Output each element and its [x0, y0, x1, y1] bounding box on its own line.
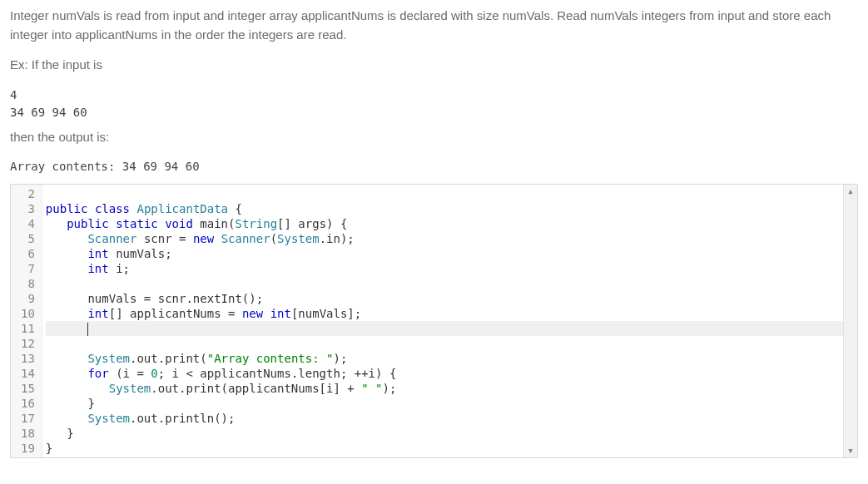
- vertical-scrollbar[interactable]: ▲ ▼: [843, 185, 857, 457]
- line-number: 10: [21, 306, 35, 321]
- code-area[interactable]: public class ApplicantData { public stat…: [42, 185, 843, 457]
- code-line[interactable]: [46, 276, 843, 291]
- line-number: 14: [21, 366, 35, 381]
- code-line[interactable]: for (i = 0; i < applicantNums.length; ++…: [46, 366, 843, 381]
- code-line[interactable]: numVals = scnr.nextInt();: [46, 291, 843, 306]
- example-input-line-1: 4: [10, 86, 858, 104]
- code-line[interactable]: System.out.print(applicantNums[i] + " ")…: [46, 381, 843, 396]
- code-line[interactable]: int i;: [46, 261, 843, 276]
- line-number: 9: [21, 291, 35, 306]
- code-editor[interactable]: 2345678910111213141516171819 public clas…: [10, 184, 858, 458]
- line-number: 16: [21, 396, 35, 411]
- code-line[interactable]: int numVals;: [46, 246, 843, 261]
- line-number: 4: [21, 216, 35, 231]
- code-line[interactable]: Scanner scnr = new Scanner(System.in);: [46, 231, 843, 246]
- code-line[interactable]: public class ApplicantData {: [46, 201, 843, 216]
- code-line[interactable]: System.out.print("Array contents: ");: [46, 351, 843, 366]
- line-number: 17: [21, 411, 35, 426]
- line-number: 3: [21, 201, 35, 216]
- line-number: 5: [21, 231, 35, 246]
- scroll-down-arrow[interactable]: ▼: [844, 444, 857, 457]
- code-line[interactable]: }: [46, 426, 843, 441]
- code-line[interactable]: [46, 186, 843, 201]
- example-input: 4 34 69 94 60: [10, 86, 858, 121]
- line-number: 6: [21, 246, 35, 261]
- line-number: 13: [21, 351, 35, 366]
- line-number: 7: [21, 261, 35, 276]
- line-number-gutter: 2345678910111213141516171819: [11, 185, 42, 457]
- code-line[interactable]: System.out.println();: [46, 411, 843, 426]
- line-number: 19: [21, 441, 35, 456]
- line-number: 8: [21, 276, 35, 291]
- code-line[interactable]: [46, 336, 843, 351]
- line-number: 15: [21, 381, 35, 396]
- code-line[interactable]: public static void main(String[] args) {: [46, 216, 843, 231]
- line-number: 18: [21, 426, 35, 441]
- then-label: then the output is:: [10, 128, 858, 147]
- line-number: 11: [21, 321, 35, 336]
- code-line[interactable]: [46, 321, 843, 336]
- code-line[interactable]: int[] applicantNums = new int[numVals];: [46, 306, 843, 321]
- scroll-up-arrow[interactable]: ▲: [844, 185, 857, 198]
- line-number: 12: [21, 336, 35, 351]
- example-label: Ex: If the input is: [10, 56, 858, 75]
- line-number: 2: [21, 186, 35, 201]
- text-cursor: [87, 323, 88, 336]
- problem-description: Integer numVals is read from input and i…: [10, 7, 858, 44]
- code-line[interactable]: }: [46, 441, 843, 456]
- example-input-line-2: 34 69 94 60: [10, 104, 858, 121]
- code-line[interactable]: }: [46, 396, 843, 411]
- example-output: Array contents: 34 69 94 60: [10, 158, 858, 175]
